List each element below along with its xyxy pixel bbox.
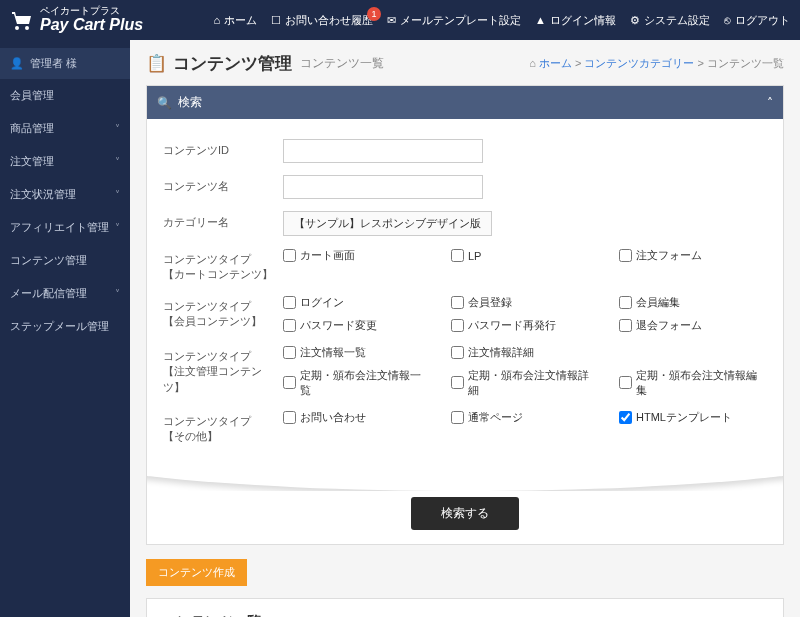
chat-icon: ☐ xyxy=(271,14,281,27)
label-id: コンテンツID xyxy=(163,139,283,158)
sidebar: 👤管理者 様 会員管理 商品管理˅ 注文管理˅ 注文状況管理˅ アフィリエイト管… xyxy=(0,40,130,617)
other-type-group: お問い合わせ 通常ページ HTMLテンプレート xyxy=(283,410,767,425)
member-opt-3[interactable]: パスワード変更 xyxy=(283,318,431,333)
main: 📋コンテンツ管理 コンテンツ一覧 ⌂ ホーム > コンテンツカテゴリー > コン… xyxy=(130,40,800,617)
label-cart: コンテンツタイプ 【カートコンテンツ】 xyxy=(163,248,283,283)
order-opt-5[interactable]: 定期・頒布会注文情報編集 xyxy=(619,368,767,398)
curve-divider xyxy=(147,451,783,491)
sidebar-item-affiliate[interactable]: アフィリエイト管理˅ xyxy=(0,211,130,244)
order-opt-0[interactable]: 注文情報一覧 xyxy=(283,345,431,360)
other-opt-0[interactable]: お問い合わせ xyxy=(283,410,431,425)
sidebar-item-order-status[interactable]: 注文状況管理˅ xyxy=(0,178,130,211)
user-icon: 👤 xyxy=(10,57,24,70)
search-panel-header[interactable]: 🔍 検索 ˄ xyxy=(147,86,783,119)
chevron-down-icon: ˅ xyxy=(115,123,120,134)
logo-tagline: ペイカートプラス xyxy=(40,6,143,16)
label-category: カテゴリー名 xyxy=(163,211,283,230)
mail-icon: ✉ xyxy=(387,14,396,27)
member-opt-5[interactable]: 退会フォーム xyxy=(619,318,767,333)
chevron-down-icon: ˅ xyxy=(115,189,120,200)
list-title: コンテンツ一覧 xyxy=(163,613,767,617)
gear-icon: ⚙ xyxy=(630,14,640,27)
content-id-input[interactable] xyxy=(283,139,483,163)
chevron-down-icon: ˅ xyxy=(115,288,120,299)
nav-home[interactable]: ⌂ホーム xyxy=(213,13,257,28)
other-opt-1[interactable]: 通常ページ xyxy=(451,410,599,425)
collapse-icon[interactable]: ˄ xyxy=(767,96,773,110)
sidebar-item-member[interactable]: 会員管理 xyxy=(0,79,130,112)
page-subtitle: コンテンツ一覧 xyxy=(300,55,384,72)
inquiry-badge: 1 xyxy=(367,7,381,21)
breadcrumb-home[interactable]: ホーム xyxy=(539,57,572,69)
member-type-group: ログイン 会員登録 会員編集 パスワード変更 パスワード再発行 退会フォーム xyxy=(283,295,767,333)
nav-inquiry[interactable]: ☐お問い合わせ履歴1 xyxy=(271,13,373,28)
cart-opt-0[interactable]: カート画面 xyxy=(283,248,431,263)
label-name: コンテンツ名 xyxy=(163,175,283,194)
breadcrumb-current: コンテンツ一覧 xyxy=(707,57,784,69)
page-header: 📋コンテンツ管理 コンテンツ一覧 ⌂ ホーム > コンテンツカテゴリー > コン… xyxy=(146,52,784,75)
topnav: ⌂ホーム ☐お問い合わせ履歴1 ✉メールテンプレート設定 ▲ログイン情報 ⚙シス… xyxy=(213,13,790,28)
cart-opt-2[interactable]: 注文フォーム xyxy=(619,248,767,263)
breadcrumb-category[interactable]: コンテンツカテゴリー xyxy=(584,57,694,69)
sidebar-item-order[interactable]: 注文管理˅ xyxy=(0,145,130,178)
logo[interactable]: ペイカートプラス Pay Cart Plus xyxy=(10,6,143,34)
clipboard-icon: 📋 xyxy=(146,53,167,74)
sidebar-item-stepmail[interactable]: ステップメール管理 xyxy=(0,310,130,343)
nav-login-info[interactable]: ▲ログイン情報 xyxy=(535,13,616,28)
label-other: コンテンツタイプ 【その他】 xyxy=(163,410,283,445)
search-button[interactable]: 検索する xyxy=(411,497,519,530)
member-opt-4[interactable]: パスワード再発行 xyxy=(451,318,599,333)
search-icon: 🔍 xyxy=(157,96,172,110)
search-panel: 🔍 検索 ˄ コンテンツID コンテンツ名 カテゴリー名【サンプル】レスポンシブ… xyxy=(146,85,784,545)
person-icon: ▲ xyxy=(535,14,546,26)
cart-type-group: カート画面 LP 注文フォーム xyxy=(283,248,767,263)
list-panel: コンテンツ一覧 選択リストを削除 2件中 1-2件表示 1 コンテンツID⇅ コ… xyxy=(146,598,784,617)
create-content-button[interactable]: コンテンツ作成 xyxy=(146,559,247,586)
logo-name: Pay Cart Plus xyxy=(40,16,143,34)
home-icon: ⌂ xyxy=(213,14,220,26)
other-opt-2[interactable]: HTMLテンプレート xyxy=(619,410,767,425)
sidebar-user[interactable]: 👤管理者 様 xyxy=(0,48,130,79)
order-opt-3[interactable]: 定期・頒布会注文情報一覧 xyxy=(283,368,431,398)
nav-logout[interactable]: ⎋ログアウト xyxy=(724,13,790,28)
cart-icon xyxy=(10,8,34,32)
member-opt-2[interactable]: 会員編集 xyxy=(619,295,767,310)
logout-icon: ⎋ xyxy=(724,14,731,26)
chevron-down-icon: ˅ xyxy=(115,156,120,167)
sidebar-item-content[interactable]: コンテンツ管理 xyxy=(0,244,130,277)
content-name-input[interactable] xyxy=(283,175,483,199)
topbar: ペイカートプラス Pay Cart Plus ⌂ホーム ☐お問い合わせ履歴1 ✉… xyxy=(0,0,800,40)
sidebar-item-product[interactable]: 商品管理˅ xyxy=(0,112,130,145)
order-type-group: 注文情報一覧 注文情報詳細 定期・頒布会注文情報一覧 定期・頒布会注文情報詳細 … xyxy=(283,345,767,398)
category-value: 【サンプル】レスポンシブデザイン版 xyxy=(283,211,492,236)
sidebar-item-mail[interactable]: メール配信管理˅ xyxy=(0,277,130,310)
breadcrumb: ⌂ ホーム > コンテンツカテゴリー > コンテンツ一覧 xyxy=(529,56,784,71)
nav-mail-template[interactable]: ✉メールテンプレート設定 xyxy=(387,13,521,28)
order-opt-1[interactable]: 注文情報詳細 xyxy=(451,345,599,360)
home-icon: ⌂ xyxy=(529,57,536,69)
label-member: コンテンツタイプ 【会員コンテンツ】 xyxy=(163,295,283,330)
member-opt-0[interactable]: ログイン xyxy=(283,295,431,310)
label-order: コンテンツタイプ 【注文管理コンテンツ】 xyxy=(163,345,283,395)
page-title: コンテンツ管理 xyxy=(173,52,292,75)
nav-system[interactable]: ⚙システム設定 xyxy=(630,13,710,28)
cart-opt-1[interactable]: LP xyxy=(451,248,599,263)
order-opt-4[interactable]: 定期・頒布会注文情報詳細 xyxy=(451,368,599,398)
member-opt-1[interactable]: 会員登録 xyxy=(451,295,599,310)
chevron-down-icon: ˅ xyxy=(115,222,120,233)
